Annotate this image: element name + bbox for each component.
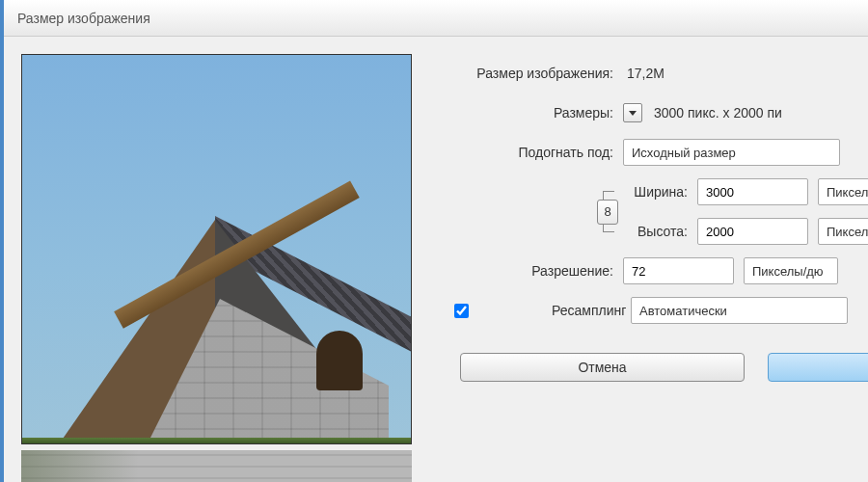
height-input[interactable] — [697, 218, 808, 245]
resample-select[interactable]: Автоматически — [631, 297, 848, 324]
title-bar: Размер изображения — [4, 0, 868, 37]
fit-to-value: Исходный размер — [632, 146, 736, 160]
image-size-dialog: Размер изображения Размер изображения: 1… — [0, 0, 868, 482]
dimensions-dropdown-icon[interactable] — [623, 103, 642, 122]
dialog-title: Размер изображения — [17, 11, 150, 26]
background-photo-peek — [21, 450, 412, 482]
width-height-group: 8 Ширина: Пикселы Высота: — [454, 178, 868, 245]
preview-window — [316, 331, 363, 390]
constrain-proportions-bracket: 8 — [597, 178, 626, 245]
cancel-button[interactable]: Отмена — [460, 353, 745, 382]
image-size-label: Размер изображения: — [454, 66, 623, 81]
preview-column — [21, 54, 412, 482]
button-row: Отмена — [454, 353, 868, 382]
resample-label: Ресамплинг — [552, 303, 631, 318]
width-unit-select[interactable]: Пикселы — [818, 178, 868, 205]
resolution-label: Разрешение: — [454, 263, 623, 279]
width-label: Ширина: — [630, 184, 697, 200]
height-row: Высота: Пикселы — [630, 218, 868, 245]
resample-value: Автоматически — [639, 304, 727, 318]
resolution-unit-value: Пикселы/дю — [752, 264, 824, 279]
resample-checkbox[interactable] — [454, 304, 469, 318]
resolution-unit-select[interactable]: Пикселы/дю — [744, 257, 838, 284]
ok-button[interactable] — [768, 353, 868, 382]
height-unit-value: Пикселы — [827, 225, 868, 239]
fit-to-select[interactable]: Исходный размер — [623, 139, 840, 166]
dimensions-value: 3000 пикс. x 2000 пи — [650, 105, 782, 120]
fit-to-label: Подогнать под: — [454, 145, 623, 160]
resolution-row: Разрешение: Пикселы/дю — [454, 257, 868, 284]
image-size-row: Размер изображения: 17,2M — [454, 60, 868, 87]
dialog-body: Размер изображения: 17,2M Размеры: 3000 … — [4, 37, 868, 482]
width-input[interactable] — [697, 178, 808, 205]
image-size-value: 17,2M — [623, 66, 665, 81]
width-unit-value: Пикселы — [827, 185, 868, 200]
width-row: Ширина: Пикселы — [630, 178, 868, 205]
height-unit-select[interactable]: Пикселы — [818, 218, 868, 245]
link-icon[interactable]: 8 — [597, 200, 618, 225]
fit-to-row: Подогнать под: Исходный размер — [454, 139, 868, 166]
cancel-button-label: Отмена — [578, 360, 626, 375]
form-column: Размер изображения: 17,2M Размеры: 3000 … — [412, 54, 868, 482]
preview-grass — [22, 438, 411, 443]
dimensions-row: Размеры: 3000 пикс. x 2000 пи — [454, 99, 868, 126]
height-label: Высота: — [630, 224, 697, 239]
resolution-input[interactable] — [623, 257, 734, 284]
resample-row: Ресамплинг Автоматически — [454, 297, 868, 324]
dimensions-label: Размеры: — [454, 105, 623, 120]
link-glyph: 8 — [604, 204, 610, 219]
image-preview[interactable] — [21, 54, 412, 444]
